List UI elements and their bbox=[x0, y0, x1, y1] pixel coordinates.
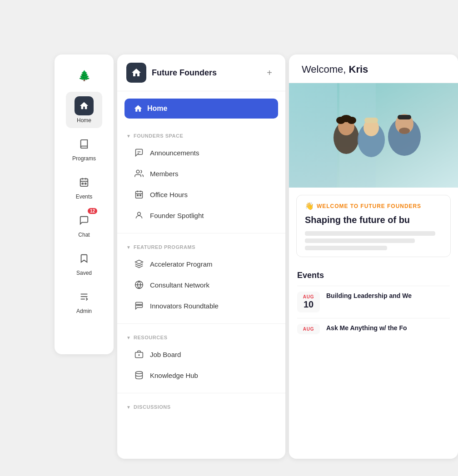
svg-rect-14 bbox=[136, 191, 143, 198]
featured-programs-chevron: ▼ bbox=[126, 245, 131, 250]
discussions-section: ▼ DISCUSSIONS bbox=[117, 397, 285, 417]
founders-space-header: ▼ FOUNDERS SPACE bbox=[126, 133, 276, 139]
resources-chevron: ▼ bbox=[126, 335, 131, 340]
saved-icon bbox=[79, 253, 89, 263]
resources-header: ▼ RESOURCES bbox=[126, 335, 276, 340]
featured-programs-title: FEATURED PROGRAMS bbox=[134, 244, 195, 250]
card-line-1 bbox=[305, 231, 435, 236]
members-icon bbox=[134, 168, 144, 179]
nav-item-knowledge-hub[interactable]: Knowledge Hub bbox=[126, 365, 276, 386]
welcome-text: Welcome, Kris bbox=[302, 64, 368, 75]
sidebar-item-chat[interactable]: 12 Chat bbox=[66, 206, 102, 243]
innovators-icon bbox=[134, 300, 144, 311]
sidebar-saved-label: Saved bbox=[76, 270, 92, 276]
job-board-icon bbox=[134, 349, 144, 360]
founder-spotlight-icon bbox=[134, 210, 144, 221]
nav-item-announcements[interactable]: Announcements bbox=[126, 142, 276, 163]
chat-badge: 12 bbox=[88, 208, 97, 214]
sidebar-item-events[interactable]: Events bbox=[66, 168, 102, 204]
programs-icon bbox=[79, 139, 89, 149]
sidebar-programs-label: Programs bbox=[72, 155, 96, 162]
svg-point-24 bbox=[136, 304, 138, 306]
nav-add-button[interactable]: + bbox=[263, 66, 276, 79]
events-section: Events AUG 10 Building Leadership and We… bbox=[289, 264, 458, 340]
accelerator-icon bbox=[134, 258, 144, 269]
nav-logo bbox=[126, 63, 146, 83]
sidebar-events-label: Events bbox=[76, 193, 93, 200]
hero-scene bbox=[289, 83, 458, 188]
nav-item-innovators[interactable]: Innovators Roundtable bbox=[126, 295, 276, 316]
welcome-name: Kris bbox=[349, 64, 368, 75]
discussions-title: DISCUSSIONS bbox=[134, 404, 171, 410]
chat-icon bbox=[79, 215, 89, 225]
nav-item-office-hours[interactable]: Office Hours bbox=[126, 184, 276, 205]
consultant-icon bbox=[134, 279, 144, 290]
card-title: Shaping the future of bu bbox=[297, 212, 450, 229]
event-item-1[interactable]: AUG 10 Building Leadership and We bbox=[297, 286, 450, 318]
admin-icon bbox=[79, 292, 89, 302]
main-content: Welcome, Kris bbox=[289, 55, 458, 459]
featured-programs-header: ▼ FEATURED PROGRAMS bbox=[126, 244, 276, 250]
sidebar-item-programs[interactable]: Programs bbox=[66, 130, 102, 166]
nav-home-button[interactable]: Home bbox=[124, 99, 278, 119]
job-board-label: Job Board bbox=[150, 351, 181, 358]
nav-item-consultant[interactable]: Consultant Network bbox=[126, 274, 276, 295]
knowledge-hub-label: Knowledge Hub bbox=[150, 372, 198, 379]
svg-point-37 bbox=[347, 117, 356, 124]
svg-rect-40 bbox=[364, 118, 378, 123]
sidebar-item-saved[interactable]: Saved bbox=[66, 244, 102, 281]
event-month-1: AUG bbox=[302, 294, 315, 299]
founders-space-section: ▼ FOUNDERS SPACE Announcements bbox=[117, 126, 285, 229]
card-line-2 bbox=[305, 238, 415, 243]
home-nav-icon bbox=[134, 104, 143, 113]
event-title-2: Ask Me Anything w/ the Fo bbox=[326, 324, 407, 333]
nav-item-founder-spotlight[interactable]: Founder Spotlight bbox=[126, 205, 276, 226]
sidebar-admin-label: Admin bbox=[76, 308, 92, 314]
discussions-chevron: ▼ bbox=[126, 405, 131, 410]
members-label: Members bbox=[150, 170, 179, 178]
card-lines bbox=[297, 229, 450, 257]
svg-rect-31 bbox=[289, 83, 337, 188]
founders-space-title: FOUNDERS SPACE bbox=[134, 133, 184, 139]
sidebar-item-logo[interactable]: 🌲 bbox=[66, 62, 102, 90]
featured-programs-section: ▼ FEATURED PROGRAMS Accelerator Program bbox=[117, 237, 285, 320]
announcements-icon bbox=[134, 147, 144, 158]
svg-rect-7 bbox=[85, 183, 86, 184]
nav-item-job-board[interactable]: Job Board bbox=[126, 344, 276, 365]
nav-home-label: Home bbox=[147, 104, 167, 113]
office-hours-label: Office Hours bbox=[150, 191, 188, 198]
event-month-2: AUG bbox=[302, 327, 315, 332]
card-tag-text: WELCOME TO FUTURE FOUNDERS bbox=[317, 203, 421, 209]
discussions-header: ▼ DISCUSSIONS bbox=[126, 404, 276, 410]
hero-image bbox=[289, 83, 458, 188]
card-tag-emoji: 👋 bbox=[305, 202, 314, 210]
nav-sidebar: Future Founders + Home ▼ FOUNDERS SPACE bbox=[117, 55, 285, 459]
innovators-label: Innovators Roundtable bbox=[150, 302, 219, 310]
sidebar-item-home[interactable]: Home bbox=[66, 92, 102, 128]
nav-item-members[interactable]: Members bbox=[126, 163, 276, 184]
sidebar-item-admin[interactable]: Admin bbox=[66, 283, 102, 319]
event-title-1: Building Leadership and We bbox=[326, 292, 412, 301]
events-title: Events bbox=[297, 271, 450, 280]
accelerator-label: Accelerator Program bbox=[150, 260, 213, 268]
nav-logo-icon bbox=[131, 67, 142, 78]
resources-section: ▼ RESOURCES Job Board bbox=[117, 327, 285, 389]
svg-point-29 bbox=[136, 372, 143, 374]
svg-point-44 bbox=[399, 128, 410, 134]
content-card: 👋 WELCOME TO FUTURE FOUNDERS Shaping the… bbox=[296, 195, 451, 257]
svg-rect-6 bbox=[82, 183, 83, 184]
card-line-3 bbox=[305, 246, 387, 250]
svg-point-20 bbox=[138, 212, 141, 215]
office-hours-icon bbox=[134, 189, 144, 200]
svg-rect-19 bbox=[140, 195, 141, 196]
founder-spotlight-label: Founder Spotlight bbox=[150, 212, 204, 219]
announcements-label: Announcements bbox=[150, 149, 199, 157]
events-icon bbox=[79, 177, 89, 187]
event-date-1: AUG 10 bbox=[297, 292, 320, 312]
svg-text:🌲: 🌲 bbox=[78, 69, 91, 82]
event-item-2[interactable]: AUG Ask Me Anything w/ the Fo bbox=[297, 318, 450, 340]
nav-item-accelerator[interactable]: Accelerator Program bbox=[126, 253, 276, 274]
resources-title: RESOURCES bbox=[134, 335, 168, 340]
nav-title: Future Founders bbox=[152, 68, 257, 78]
svg-point-23 bbox=[138, 304, 139, 306]
